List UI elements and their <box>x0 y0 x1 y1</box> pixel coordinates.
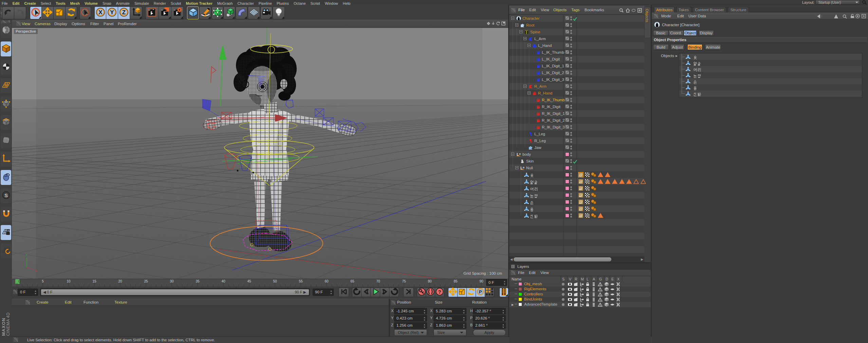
svg-text:X: X <box>98 9 103 16</box>
svg-text:75: 75 <box>402 279 406 283</box>
svg-text:20: 20 <box>118 279 122 283</box>
svg-text:L: L <box>520 166 523 170</box>
svg-text:10: 10 <box>67 279 71 283</box>
svg-text:L: L <box>517 152 519 156</box>
svg-text:80: 80 <box>428 279 432 283</box>
svg-text:70: 70 <box>376 279 380 283</box>
svg-text:Z: Z <box>122 9 126 16</box>
svg-text:35: 35 <box>196 279 200 283</box>
svg-text:50: 50 <box>273 279 277 283</box>
svg-text:15: 15 <box>92 279 96 283</box>
svg-text:X: X <box>35 269 37 273</box>
svg-text:o: o <box>523 166 524 169</box>
svg-text:Y: Y <box>25 253 27 257</box>
svg-text:60: 60 <box>325 279 329 283</box>
svg-text:S: S <box>4 192 7 198</box>
svg-text:5: 5 <box>42 279 44 283</box>
svg-text:55: 55 <box>299 279 303 283</box>
svg-text:25: 25 <box>144 279 148 283</box>
svg-text:P: P <box>479 289 482 294</box>
svg-text:Y: Y <box>110 9 114 16</box>
svg-text:?: ? <box>438 289 441 295</box>
svg-text:0: 0 <box>18 279 20 283</box>
svg-text:90: 90 <box>479 279 483 283</box>
svg-text:65: 65 <box>350 279 354 283</box>
svg-text:30: 30 <box>170 279 174 283</box>
svg-text:40: 40 <box>221 279 225 283</box>
svg-text:85: 85 <box>454 279 458 283</box>
svg-text:45: 45 <box>247 279 251 283</box>
svg-text:o: o <box>519 152 521 155</box>
svg-text:Grid Spacing : 100 cm: Grid Spacing : 100 cm <box>463 271 502 275</box>
